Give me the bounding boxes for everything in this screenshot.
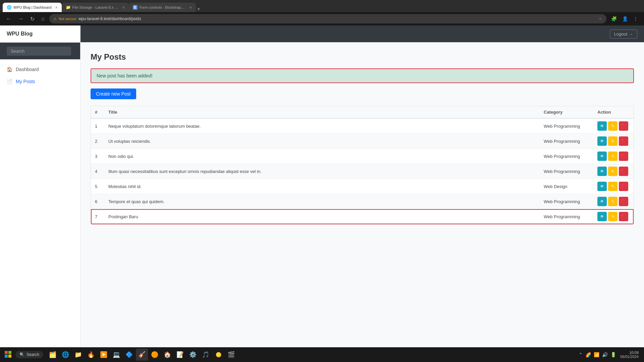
action-buttons: 👁✎🚫 — [597, 121, 630, 131]
profile-button[interactable]: 👤 — [620, 15, 630, 22]
view-button[interactable]: 👁 — [597, 212, 607, 221]
taskbar-icon-music[interactable]: 🎵 — [200, 349, 212, 361]
back-button[interactable]: ← — [4, 15, 13, 22]
cell-action: 👁✎🚫 — [593, 134, 634, 149]
sidebar-item-dashboard[interactable]: 🏠 Dashboard — [0, 63, 80, 75]
tray-icon-chevron[interactable]: ⌃ — [578, 351, 583, 358]
not-secure-label: Not secure — [59, 17, 76, 21]
forward-button[interactable]: → — [16, 15, 25, 22]
start-button[interactable] — [3, 349, 13, 361]
edit-button[interactable]: ✎ — [608, 197, 618, 206]
taskbar-icon-settings[interactable]: ⚙️ — [187, 349, 199, 361]
search-input[interactable] — [7, 47, 71, 56]
create-post-button[interactable]: Create new Post — [91, 88, 136, 99]
sidebar-item-my-posts[interactable]: 📄 My Posts — [0, 75, 80, 87]
taskbar-icon-app1[interactable]: 🟠 — [149, 349, 161, 361]
delete-button[interactable]: 🚫 — [619, 197, 628, 206]
edit-button[interactable]: ✎ — [608, 212, 618, 221]
home-button[interactable]: ⌂ — [39, 15, 47, 22]
tab-close-1[interactable]: ✕ — [55, 6, 58, 9]
cell-num: 7 — [91, 209, 104, 224]
topbar — [0, 43, 80, 59]
tray-icon-volume[interactable]: 🔊 — [601, 351, 608, 358]
tray-icon-network[interactable]: 📶 — [593, 351, 600, 358]
tray-icon-rainbow[interactable]: 🌈 — [585, 351, 592, 358]
table-head: # Title Category Action — [91, 106, 634, 118]
view-button[interactable]: 👁 — [597, 136, 607, 146]
reload-button[interactable]: ↻ — [28, 15, 37, 23]
edit-button[interactable]: ✎ — [608, 167, 618, 176]
taskbar-icon-firefox[interactable]: 🔥 — [85, 349, 97, 361]
view-button[interactable]: 👁 — [597, 167, 607, 176]
delete-button[interactable]: 🚫 — [619, 212, 628, 221]
taskbar-icons: 🗂️ 🌐 📁 🔥 ▶️ 💻 🔷 🎸 🟠 🏠 📝 ⚙️ 🎵 🟡 🎬 — [47, 349, 237, 361]
taskbar-search[interactable]: 🔍 Search — [15, 351, 43, 358]
delete-button[interactable]: 🚫 — [619, 167, 628, 176]
view-button[interactable]: 👁 — [597, 121, 607, 131]
taskbar-icon-explorer[interactable]: 🗂️ — [47, 349, 59, 361]
menu-button[interactable]: ⋮ — [631, 15, 640, 22]
col-header-action: Action — [593, 106, 634, 118]
tray-icon-battery[interactable]: 🔋 — [610, 351, 617, 358]
tab-close-2[interactable]: ✕ — [122, 6, 125, 9]
taskbar-icon-vscode[interactable]: 💻 — [110, 349, 122, 361]
browser-tabs: 🌐 WPU Blog | Dashboard ✕ 📁 File Storage … — [3, 0, 202, 12]
search-icon: 🔍 — [19, 352, 24, 357]
star-icon[interactable]: ☆ — [599, 16, 602, 21]
taskbar-icon-vlc[interactable]: 🟡 — [212, 349, 224, 361]
posts-icon: 📄 — [7, 79, 12, 84]
taskbar-icon-app2[interactable]: 🏠 — [161, 349, 173, 361]
app-wrapper: WPU Blog 🏠 Dashboard 📄 My Posts Logout →… — [0, 25, 644, 347]
extensions-button[interactable]: 🧩 — [609, 15, 619, 22]
cell-num: 4 — [91, 164, 104, 179]
delete-button[interactable]: 🚫 — [619, 152, 628, 161]
cell-category: Web Programming — [540, 118, 593, 134]
taskbar-icon-git[interactable]: 🔷 — [123, 349, 135, 361]
cell-category: Web Programming — [540, 194, 593, 209]
cell-title: Postingan Baru — [104, 209, 540, 224]
view-button[interactable]: 👁 — [597, 152, 607, 161]
cell-num: 5 — [91, 179, 104, 194]
edit-button[interactable]: ✎ — [608, 182, 618, 191]
taskbar-icon-files[interactable]: 📁 — [72, 349, 84, 361]
tab-close-3[interactable]: ✕ — [189, 6, 192, 9]
edit-button[interactable]: ✎ — [608, 152, 618, 161]
delete-button[interactable]: 🚫 — [619, 121, 628, 131]
table-row: 2Ut voluptas reiciendis.Web Programming👁… — [91, 134, 634, 149]
delete-button[interactable]: 🚫 — [619, 136, 628, 146]
col-header-category: Category — [540, 106, 593, 118]
new-tab-button[interactable]: + — [196, 6, 202, 12]
action-buttons: 👁✎🚫 — [597, 182, 630, 191]
address-text: wpu-laravel-8.test/dashboard/posts — [78, 16, 597, 21]
action-buttons: 👁✎🚫 — [597, 197, 630, 206]
browser-chrome: 🌐 WPU Blog | Dashboard ✕ 📁 File Storage … — [0, 0, 644, 12]
edit-button[interactable]: ✎ — [608, 136, 618, 146]
browser-addressbar: ← → ↻ ⌂ ⚠ Not secure wpu-laravel-8.test/… — [0, 12, 644, 25]
taskbar-icon-notes[interactable]: 📝 — [174, 349, 186, 361]
svg-rect-1 — [8, 351, 11, 354]
edit-button[interactable]: ✎ — [608, 121, 618, 131]
cell-category: Web Programming — [540, 149, 593, 164]
browser-tab-3[interactable]: B Form controls - Bootstrap v5.3 ✕ — [129, 3, 196, 12]
taskbar-icon-app3[interactable]: 🎬 — [225, 349, 237, 361]
logout-button[interactable]: Logout → — [610, 29, 637, 39]
browser-tab-1[interactable]: 🌐 WPU Blog | Dashboard ✕ — [3, 3, 62, 12]
browser-actions: 🧩 👤 ⋮ — [609, 15, 640, 22]
alert-success: New post has been added! — [91, 69, 633, 82]
tab-title-3: Form controls - Bootstrap v5.3 — [140, 5, 186, 9]
table-row: 7Postingan BaruWeb Programming👁✎🚫 — [91, 209, 634, 224]
delete-button[interactable]: 🚫 — [619, 182, 628, 191]
cell-action: 👁✎🚫 — [593, 149, 634, 164]
browser-tab-2[interactable]: 📁 File Storage - Laravel 8.x - The ... ✕ — [62, 3, 129, 12]
taskbar-icon-media[interactable]: ▶️ — [98, 349, 110, 361]
cell-title: Neque voluptatum doloremque laborum beat… — [104, 118, 540, 134]
view-button[interactable]: 👁 — [597, 197, 607, 206]
view-button[interactable]: 👁 — [597, 182, 607, 191]
alert-wrapper: New post has been added! — [91, 68, 634, 83]
cell-action: 👁✎🚫 — [593, 164, 634, 179]
address-bar[interactable]: ⚠ Not secure wpu-laravel-8.test/dashboar… — [49, 14, 606, 23]
taskbar-clock[interactable]: 10:09 06/01/2024 — [618, 351, 641, 359]
taskbar-icon-chrome[interactable]: 🌐 — [59, 349, 71, 361]
taskbar-icon-dev[interactable]: 🎸 — [136, 349, 148, 361]
tab-title-2: File Storage - Laravel 8.x - The ... — [72, 5, 119, 9]
